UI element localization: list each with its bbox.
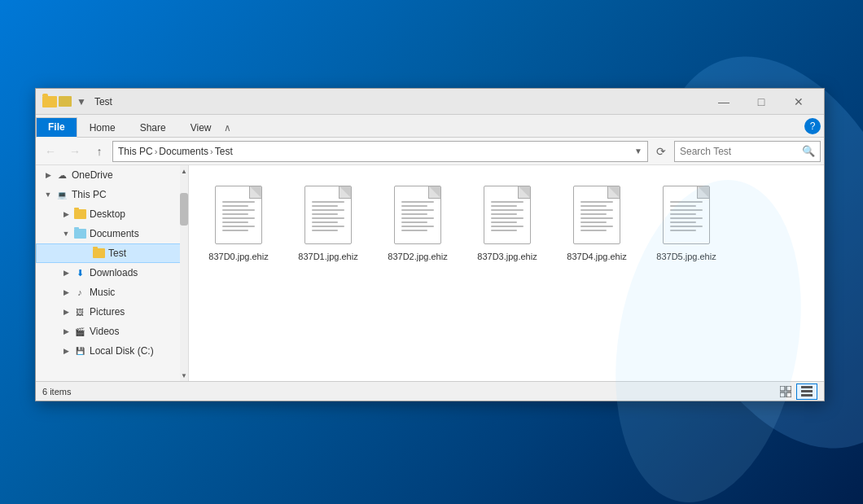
back-button[interactable]: ←	[39, 141, 62, 162]
sidebar-label-downloads: Downloads	[90, 267, 138, 278]
music-icon: ♪	[73, 286, 86, 299]
view-tiles-button[interactable]	[775, 383, 796, 400]
file-icon-3	[478, 182, 537, 248]
expand-arrow-pictures[interactable]: ▶	[60, 306, 72, 318]
sidebar-item-documents[interactable]: ▼ Documents	[36, 224, 188, 243]
doc-line	[401, 205, 427, 207]
file-name-0: 837D0.jpg.ehiz	[208, 251, 268, 262]
svg-rect-6	[801, 394, 813, 397]
file-item-0[interactable]: 837D0.jpg.ehiz	[202, 178, 275, 266]
doc-line	[401, 217, 434, 219]
expand-arrow-this-pc[interactable]: ▼	[42, 189, 54, 200]
path-dropdown-arrow[interactable]: ▼	[634, 147, 642, 156]
tab-view[interactable]: View	[178, 118, 224, 138]
file-item-4[interactable]: 837D4.jpg.ehiz	[560, 178, 633, 266]
sidebar-item-downloads[interactable]: ▶ ⬇ Downloads	[36, 263, 188, 283]
doc-line	[491, 221, 517, 223]
scroll-thumb[interactable]	[180, 193, 188, 226]
doc-line	[491, 201, 523, 203]
doc-line	[401, 230, 427, 231]
path-sep-2: ›	[210, 147, 213, 156]
close-button[interactable]: ✕	[780, 89, 817, 115]
forward-button[interactable]: →	[64, 141, 86, 162]
scroll-down-arrow[interactable]: ▼	[180, 370, 188, 381]
doc-line	[222, 213, 248, 215]
search-input[interactable]	[680, 146, 802, 157]
file-item-3[interactable]: 837D3.jpg.ehiz	[471, 178, 544, 266]
file-icon-0	[209, 182, 268, 248]
expand-arrow-desktop[interactable]: ▶	[60, 208, 72, 220]
expand-arrow-onedrive[interactable]: ▶	[42, 169, 54, 181]
path-test: Test	[215, 146, 233, 157]
sidebar-item-local-disk[interactable]: ▶ 💾 Local Disk (C:)	[36, 341, 188, 361]
sidebar: ▶ ☁ OneDrive ▼ 💻 This PC ▶ Desktop ▼ Doc…	[36, 165, 189, 381]
doc-lines-1	[312, 201, 344, 234]
sidebar-scrollbar[interactable]: ▲ ▼	[180, 165, 188, 381]
address-path[interactable]: This PC › Documents › Test ▼	[112, 141, 648, 162]
tab-file[interactable]: File	[36, 117, 77, 138]
doc-line	[670, 201, 703, 203]
doc-line	[491, 213, 517, 215]
minimize-button[interactable]: —	[705, 89, 743, 115]
window-controls: — □ ✕	[705, 89, 817, 115]
file-item-2[interactable]: 837D2.jpg.ehiz	[381, 178, 454, 266]
sidebar-item-music[interactable]: ▶ ♪ Music	[36, 283, 188, 302]
expand-arrow-documents[interactable]: ▼	[60, 228, 72, 239]
doc-line	[670, 226, 703, 227]
doc-line	[401, 201, 434, 203]
svg-rect-0	[780, 386, 785, 391]
doc-line	[491, 230, 517, 231]
sidebar-item-this-pc[interactable]: ▼ 💻 This PC	[36, 185, 188, 204]
doc-line	[580, 205, 607, 207]
pc-icon: 💻	[55, 188, 68, 201]
svg-rect-4	[801, 386, 813, 388]
pictures-icon: 🖼	[73, 305, 86, 318]
doc-line	[312, 201, 344, 203]
file-item-5[interactable]: 837D5.jpg.ehiz	[650, 178, 723, 266]
file-icon-5	[657, 182, 716, 248]
doc-line	[401, 226, 434, 227]
doc-line	[401, 209, 434, 211]
doc-line	[491, 209, 523, 211]
scroll-up-arrow[interactable]: ▲	[180, 165, 188, 177]
explorer-window: ▼ Test — □ ✕ File Home Share View ∧ ? ← …	[35, 88, 825, 401]
doc-line	[222, 221, 248, 223]
sidebar-item-videos[interactable]: ▶ 🎬 Videos	[36, 322, 188, 341]
expand-arrow-local-disk[interactable]: ▶	[60, 345, 72, 357]
svg-rect-3	[786, 392, 791, 397]
folder-icon-test	[92, 247, 105, 260]
up-button[interactable]: ↑	[88, 141, 111, 162]
title-bar-icons: ▼	[42, 96, 90, 107]
search-icon[interactable]: 🔍	[802, 145, 815, 157]
sidebar-label-this-pc: This PC	[72, 189, 107, 200]
file-name-3: 837D3.jpg.ehiz	[477, 251, 537, 262]
expand-arrow-music[interactable]: ▶	[60, 287, 72, 298]
sidebar-label-test: Test	[108, 248, 126, 259]
maximize-button[interactable]: □	[743, 89, 780, 115]
expand-arrow-videos[interactable]: ▶	[60, 326, 72, 337]
ribbon-expand-icon[interactable]: ∧	[224, 122, 231, 134]
expand-arrow-downloads[interactable]: ▶	[60, 267, 72, 278]
file-item-1[interactable]: 837D1.jpg.ehiz	[291, 178, 365, 266]
tab-share[interactable]: Share	[128, 118, 178, 138]
sidebar-item-test[interactable]: Test	[36, 243, 188, 263]
doc-line	[580, 226, 613, 227]
help-button[interactable]: ?	[804, 118, 821, 134]
sidebar-item-onedrive[interactable]: ▶ ☁ OneDrive	[36, 165, 188, 185]
sidebar-label-onedrive: OneDrive	[72, 169, 113, 181]
search-box[interactable]: 🔍	[674, 141, 821, 162]
sidebar-item-desktop[interactable]: ▶ Desktop	[36, 204, 188, 224]
sidebar-item-pictures[interactable]: ▶ 🖼 Pictures	[36, 302, 188, 322]
doc-line	[491, 205, 517, 207]
view-list-button[interactable]	[796, 383, 817, 400]
sidebar-label-pictures: Pictures	[90, 306, 125, 318]
tiles-icon	[780, 386, 791, 397]
refresh-button[interactable]: ⟳	[650, 141, 672, 162]
doc-line	[580, 209, 613, 211]
tab-home[interactable]: Home	[77, 118, 128, 138]
main-area: ▶ ☁ OneDrive ▼ 💻 This PC ▶ Desktop ▼ Doc…	[36, 165, 824, 381]
doc-line	[222, 226, 255, 227]
doc-line	[312, 226, 344, 227]
doc-line	[312, 230, 338, 231]
title-arrow-icon[interactable]: ▼	[77, 96, 86, 107]
